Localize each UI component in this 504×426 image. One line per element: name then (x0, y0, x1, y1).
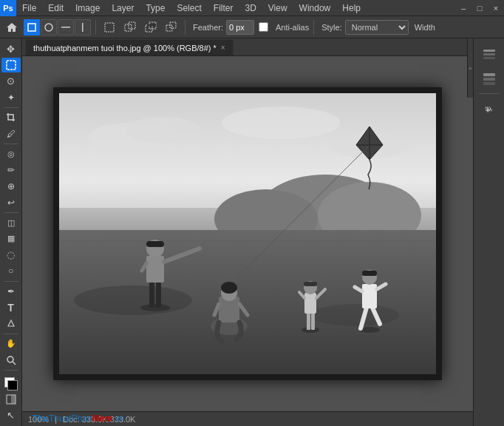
move-tool[interactable]: ✥ (1, 41, 21, 57)
maximize-button[interactable]: □ (471, 0, 488, 16)
layers-panel-btn[interactable] (477, 41, 501, 65)
canvas-container[interactable] (22, 56, 473, 411)
svg-rect-70 (483, 82, 495, 85)
quick-mask-btn[interactable] (1, 391, 21, 407)
tab-title: thuthuatphanmem tuoi tho.jpg @ 100% (RGB… (33, 44, 217, 53)
svg-point-13 (7, 356, 13, 362)
menu-file[interactable]: File (16, 0, 42, 16)
watermark-dotvn: .vn (112, 413, 124, 424)
style-dropdown[interactable]: Normal Fixed Ratio Fixed Size (345, 20, 409, 35)
menu-image[interactable]: Image (69, 0, 106, 16)
menu-3d[interactable]: 3D (239, 0, 262, 16)
lasso-tool[interactable]: ⊙ (1, 73, 21, 89)
channels-panel-btn[interactable] (477, 67, 501, 90)
menu-bar: Ps File Edit Image Layer Type Select Fil… (0, 0, 504, 16)
svg-rect-16 (11, 395, 16, 404)
adjustments-panel-btn[interactable]: ⅌ (477, 97, 501, 121)
sep2 (185, 20, 185, 35)
new-selection-btn[interactable] (101, 18, 118, 36)
zoom-tool[interactable] (1, 352, 21, 368)
menu-filter[interactable]: Filter (208, 0, 239, 16)
svg-rect-12 (7, 61, 16, 70)
add-selection-btn[interactable] (121, 18, 139, 36)
single-col-shape-btn[interactable] (75, 19, 91, 36)
svg-point-46 (221, 282, 237, 294)
style-label: Style: (321, 23, 342, 32)
screen-mode-btn[interactable]: ↖ (1, 408, 21, 423)
svg-rect-66 (483, 53, 495, 55)
blur-tool[interactable]: ◌ (1, 247, 21, 263)
sep1 (95, 20, 96, 35)
history-brush-tool[interactable]: ↩ (1, 195, 21, 210)
watermark-thu: Thu (33, 413, 49, 424)
tool-sep1 (4, 107, 18, 108)
document-tab[interactable]: thuthuatphanmem tuoi tho.jpg @ 100% (RGB… (25, 39, 234, 55)
menu-layer[interactable]: Layer (106, 0, 140, 16)
rect-select-shape-btn[interactable] (24, 19, 40, 36)
photo-frame (53, 87, 442, 380)
path-select-tool[interactable] (1, 316, 21, 331)
gradient-tool[interactable]: ▦ (1, 231, 21, 246)
svg-rect-60 (362, 284, 377, 308)
svg-line-14 (13, 362, 16, 365)
tab-close-btn[interactable]: × (221, 44, 225, 52)
select-shape-group (24, 19, 91, 36)
svg-point-30 (310, 304, 399, 326)
svg-point-1 (45, 24, 52, 31)
ellipse-select-shape-btn[interactable] (41, 19, 57, 36)
single-row-shape-btn[interactable] (58, 19, 74, 36)
canvas-area: thuthuatphanmem tuoi tho.jpg @ 100% (RGB… (22, 38, 473, 426)
svg-rect-2 (61, 27, 70, 28)
menu-window[interactable]: Window (293, 0, 337, 16)
hand-tool[interactable]: ✋ (1, 336, 21, 351)
tool-sep5 (4, 334, 18, 334)
feather-input[interactable] (226, 20, 254, 35)
options-bar: Feather: Anti-alias Style: Normal Fixed … (0, 16, 504, 38)
menu-type[interactable]: Type (140, 0, 171, 16)
photo-canvas (59, 93, 436, 374)
svg-point-29 (74, 285, 192, 315)
menu-help[interactable]: Help (336, 0, 367, 16)
magic-wand-tool[interactable]: ✦ (1, 89, 21, 105)
panel-collapse-handle[interactable]: « (467, 38, 473, 98)
anti-alias-label: Anti-alias (276, 23, 309, 32)
menu-select[interactable]: Select (171, 0, 207, 16)
crop-tool[interactable] (1, 110, 21, 126)
spot-heal-tool[interactable]: ◎ (1, 146, 21, 162)
rect-select-tool[interactable] (1, 58, 21, 73)
color-swatches[interactable] (1, 374, 21, 390)
svg-rect-65 (483, 50, 495, 52)
type-tool[interactable]: T (1, 300, 21, 315)
anti-alias-checkbox[interactable] (259, 22, 268, 32)
home-icon-btn[interactable] (3, 18, 21, 36)
intersect-selection-btn[interactable] (163, 18, 180, 36)
tool-sep4 (4, 281, 18, 282)
svg-rect-69 (483, 78, 495, 81)
watermark-thuat: Thuat (49, 413, 72, 424)
menu-view[interactable]: View (262, 0, 293, 16)
dodge-tool[interactable]: ○ (1, 263, 21, 279)
brush-tool[interactable]: ✏ (1, 163, 21, 178)
svg-rect-52 (304, 293, 316, 314)
svg-rect-3 (82, 23, 84, 32)
svg-point-20 (222, 106, 340, 139)
svg-rect-37 (156, 282, 161, 308)
eraser-tool[interactable]: ◫ (1, 215, 21, 231)
close-button[interactable]: × (488, 0, 504, 16)
menu-edit[interactable]: Edit (42, 0, 69, 16)
watermark-mem: Mem (92, 413, 112, 424)
subtract-selection-btn[interactable] (142, 18, 160, 36)
svg-rect-64 (362, 271, 377, 276)
eyedropper-tool[interactable]: 🖊 (1, 126, 21, 141)
sep3 (313, 20, 314, 35)
tool-sep3 (4, 212, 18, 213)
right-panel: « ⅌ (473, 38, 504, 426)
minimize-button[interactable]: – (455, 0, 471, 16)
svg-point-19 (126, 117, 200, 143)
clone-tool[interactable]: ⊕ (1, 178, 21, 194)
left-toolbar: ✥ ⊙ ✦ 🖊 ◎ ✏ ⊕ ↩ ◫ ▦ ◌ ○ ✒ T ✋ (0, 38, 22, 426)
svg-rect-50 (307, 313, 310, 330)
svg-rect-51 (311, 313, 315, 330)
window-controls: – □ × (455, 0, 504, 16)
pen-tool[interactable]: ✒ (1, 283, 21, 299)
